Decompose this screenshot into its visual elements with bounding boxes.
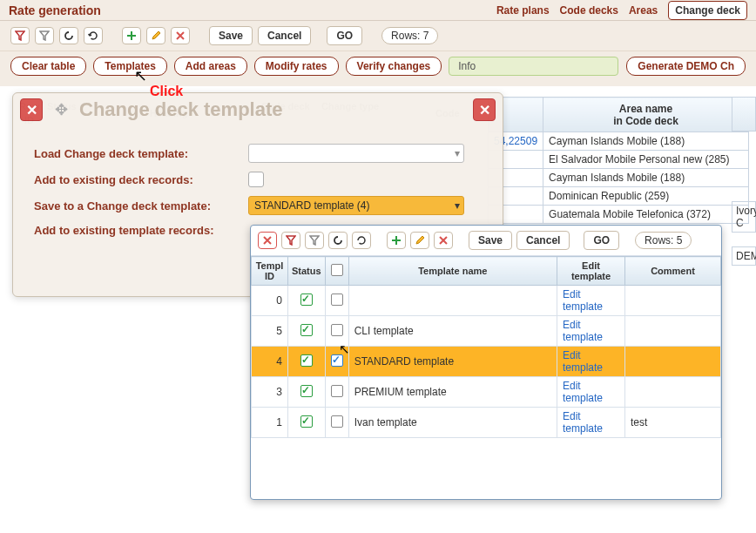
delete-icon[interactable] bbox=[434, 232, 453, 249]
add-icon[interactable] bbox=[387, 232, 406, 249]
col-comment[interactable]: Comment bbox=[625, 257, 721, 286]
info-field[interactable]: Info bbox=[449, 57, 618, 76]
dialog-header: ✕ ✥ Change deck template ✕ bbox=[13, 93, 503, 126]
status-cell[interactable] bbox=[288, 377, 326, 408]
secondary-toolbar: Clear table Templates Add areas Modify r… bbox=[0, 51, 756, 86]
select-cell[interactable] bbox=[325, 408, 348, 438]
header-links: Rate plans Code decks Areas Change deck bbox=[496, 1, 747, 20]
template-list-dialog: Save Cancel GO Rows: 5 Templ ID Status T… bbox=[250, 225, 722, 500]
delete-icon[interactable] bbox=[171, 27, 190, 44]
filter-icon[interactable] bbox=[10, 27, 30, 44]
filter-clear-icon[interactable] bbox=[35, 27, 54, 44]
area-row[interactable]: Cayman Islands Mobile (188) bbox=[543, 169, 749, 187]
refresh-icon[interactable] bbox=[84, 27, 103, 44]
save-button[interactable]: Save bbox=[469, 231, 512, 250]
page-header: Rate generation Rate plans Code decks Ar… bbox=[0, 0, 756, 21]
templ-id-cell: 5 bbox=[252, 316, 288, 347]
save-button[interactable]: Save bbox=[209, 26, 253, 45]
status-cell[interactable] bbox=[288, 347, 326, 377]
go-button[interactable]: GO bbox=[584, 231, 619, 250]
templ-id-cell: 3 bbox=[252, 377, 288, 408]
select-cell[interactable] bbox=[325, 316, 348, 347]
filter-clear-icon[interactable] bbox=[305, 232, 324, 249]
col-status[interactable]: Status bbox=[288, 257, 326, 286]
status-cell[interactable] bbox=[288, 286, 326, 316]
edit-template-link[interactable]: Edit template bbox=[557, 408, 625, 438]
area-side-cell: Ivory C bbox=[732, 201, 756, 233]
modify-rates-button[interactable]: Modify rates bbox=[254, 57, 339, 76]
close-icon[interactable]: ✕ bbox=[20, 98, 43, 121]
add-areas-button[interactable]: Add areas bbox=[174, 57, 247, 76]
verify-changes-button[interactable]: Verify changes bbox=[346, 57, 442, 76]
comment-cell: test bbox=[625, 408, 721, 438]
go-button[interactable]: GO bbox=[327, 26, 362, 45]
col-edit-template[interactable]: Edit template bbox=[557, 257, 625, 286]
name-cell: CLI template bbox=[348, 316, 557, 347]
area-col-name[interactable]: Area name in Code deck bbox=[543, 98, 749, 132]
area-side-header bbox=[732, 97, 756, 132]
name-cell bbox=[348, 286, 557, 316]
edit-template-link[interactable]: Edit template bbox=[557, 316, 625, 347]
link-code-decks[interactable]: Code decks bbox=[560, 4, 618, 17]
dialog-title: Change deck template bbox=[79, 98, 283, 121]
comment-cell bbox=[625, 316, 721, 347]
table-row[interactable]: 4STANDARD templateEdit template bbox=[252, 347, 721, 377]
refresh-c-icon[interactable] bbox=[59, 27, 78, 44]
generate-button[interactable]: Generate DEMO Ch bbox=[626, 57, 746, 76]
templ-id-cell: 0 bbox=[252, 286, 288, 316]
rows-count: Rows: 5 bbox=[635, 232, 692, 249]
status-cell[interactable] bbox=[288, 408, 326, 438]
col-template-name[interactable]: Template name bbox=[348, 257, 557, 286]
edit-icon[interactable] bbox=[146, 27, 165, 44]
filter-icon[interactable] bbox=[281, 232, 300, 249]
close-icon[interactable]: ✕ bbox=[473, 98, 496, 121]
cancel-button[interactable]: Cancel bbox=[516, 231, 570, 250]
add-icon[interactable] bbox=[122, 27, 141, 44]
comment-cell bbox=[625, 286, 721, 316]
change-deck-button[interactable]: Change deck bbox=[668, 1, 747, 20]
area-row[interactable]: Cayman Islands Mobile (188) bbox=[543, 132, 749, 151]
load-template-label: Load Change deck template: bbox=[34, 147, 241, 160]
comment-cell bbox=[625, 377, 721, 408]
move-icon[interactable]: ✥ bbox=[50, 98, 72, 121]
templ-id-cell: 4 bbox=[252, 347, 288, 377]
edit-icon[interactable] bbox=[410, 232, 429, 249]
select-cell[interactable] bbox=[325, 286, 348, 316]
col-select-all[interactable] bbox=[325, 257, 348, 286]
area-row[interactable]: Guatemala Mobile Telefonica (372) bbox=[543, 206, 749, 224]
refresh-icon[interactable] bbox=[352, 232, 371, 249]
area-side-cell: DEMO bbox=[732, 246, 756, 266]
name-cell: PREMIUM template bbox=[348, 377, 557, 408]
save-template-select[interactable]: STANDARD template (4)▾ bbox=[248, 196, 464, 215]
clear-table-button[interactable]: Clear table bbox=[10, 57, 86, 76]
link-areas[interactable]: Areas bbox=[629, 4, 658, 17]
save-template-label: Save to a Change deck template: bbox=[34, 199, 241, 213]
refresh-c-icon[interactable] bbox=[328, 232, 348, 249]
edit-template-link[interactable]: Edit template bbox=[557, 286, 625, 316]
table-row[interactable]: 5CLI templateEdit template bbox=[252, 316, 721, 347]
add-existing-template-label: Add to existing template records: bbox=[34, 224, 241, 237]
cancel-button[interactable]: Cancel bbox=[258, 26, 311, 45]
status-cell[interactable] bbox=[288, 316, 326, 347]
select-cell[interactable] bbox=[325, 377, 348, 408]
col-templ-id[interactable]: Templ ID bbox=[252, 257, 288, 286]
edit-template-link[interactable]: Edit template bbox=[557, 347, 625, 377]
templates-button[interactable]: Templates bbox=[93, 57, 166, 76]
main-toolbar: Save Cancel GO Rows: 7 bbox=[0, 21, 756, 51]
name-cell: Ivan template bbox=[348, 408, 557, 438]
load-template-select[interactable]: ▾ bbox=[248, 144, 464, 163]
link-rate-plans[interactable]: Rate plans bbox=[496, 4, 550, 17]
table-row[interactable]: 0Edit template bbox=[252, 286, 721, 316]
add-existing-deck-checkbox[interactable] bbox=[248, 172, 264, 187]
area-row[interactable]: El Salvador Mobile Personal new (285) bbox=[543, 151, 749, 169]
table-row[interactable]: 1Ivan templateEdit templatetest bbox=[252, 408, 721, 438]
templ-id-cell: 1 bbox=[252, 408, 288, 438]
area-table: Area name in Code deck 54,22509Cayman Is… bbox=[488, 97, 749, 224]
select-cell[interactable] bbox=[325, 347, 348, 377]
table-row[interactable]: 3PREMIUM templateEdit template bbox=[252, 377, 721, 408]
edit-template-link[interactable]: Edit template bbox=[557, 377, 625, 408]
dialog2-toolbar: Save Cancel GO Rows: 5 bbox=[251, 226, 721, 256]
rows-count: Rows: 7 bbox=[381, 27, 438, 44]
close-icon[interactable] bbox=[258, 232, 277, 249]
area-row[interactable]: Dominican Republic (259) bbox=[543, 187, 749, 206]
